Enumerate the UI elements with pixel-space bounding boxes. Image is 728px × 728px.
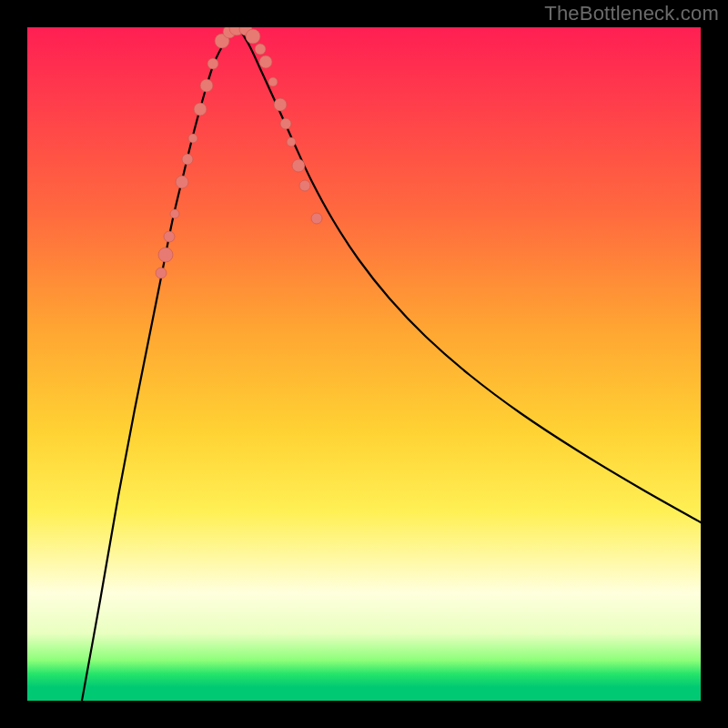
data-point <box>292 159 305 172</box>
data-point <box>268 77 278 86</box>
chart-frame: TheBottleneck.com <box>0 0 728 728</box>
data-point <box>182 154 193 165</box>
data-point <box>299 180 310 191</box>
data-point <box>188 134 197 143</box>
plot-area <box>27 27 701 701</box>
data-points-group <box>156 27 322 278</box>
data-point <box>311 213 322 224</box>
data-point <box>274 98 287 111</box>
data-point <box>207 58 218 69</box>
data-point <box>255 44 266 55</box>
data-point <box>246 29 260 44</box>
data-point <box>170 209 179 218</box>
data-point <box>287 137 296 147</box>
data-point <box>164 231 175 242</box>
curve-layer <box>27 27 701 701</box>
data-point <box>176 176 188 188</box>
watermark-text: TheBottleneck.com <box>544 2 719 25</box>
right-curve <box>238 27 701 522</box>
data-point <box>156 268 167 278</box>
left-curve <box>82 27 238 701</box>
data-point <box>194 103 207 116</box>
data-point <box>280 118 291 129</box>
data-point <box>259 56 272 68</box>
data-point <box>158 248 173 262</box>
data-point <box>200 79 213 92</box>
